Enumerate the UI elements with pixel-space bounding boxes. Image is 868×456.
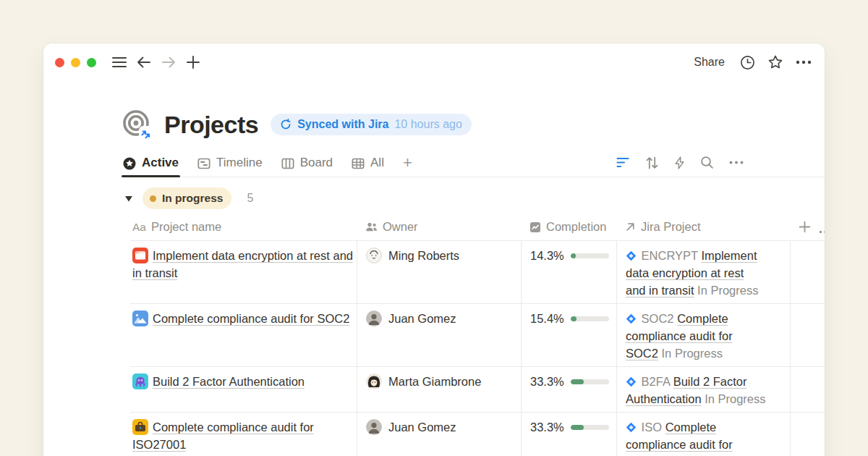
page-background: Share [0,0,868,456]
completion-cell: 14.3% [521,241,616,303]
empty-add-cell [790,241,825,303]
completion-percent: 15.4% [530,310,564,327]
board-view-icon [281,157,294,170]
jira-issue-status: In Progress [662,347,723,360]
project-name-cell[interactable]: Complete compliance audit for SOC2 [130,304,357,366]
completion-cell: 33.3% [521,367,616,412]
completion-percent: 33.3% [530,373,564,390]
project-name-link[interactable]: Complete compliance audit for ISO27001 [132,421,314,451]
tab-board[interactable]: Board [281,150,333,177]
octopus-cyan-icon [132,373,148,389]
table-row: Complete compliance audit for SOC2 Juan … [130,304,825,367]
jira-diamond-icon [626,376,637,387]
owner-cell[interactable]: Ming Roberts [357,241,521,303]
jira-diamond-icon [626,250,637,261]
empty-add-cell [790,304,825,366]
projects-target-icon[interactable] [122,109,153,140]
collapse-triangle-icon[interactable] [124,195,133,202]
favorite-star-icon[interactable] [767,54,783,70]
jira-issue-status: In Progress [705,392,765,405]
jira-issue-key: ISO [642,421,662,434]
window-topbar: Share [43,43,825,81]
status-dot [150,195,156,202]
group-header: In progress 5 [124,187,825,210]
page-title: Projects [164,111,258,139]
project-name-cell[interactable]: Implement data encryption at rest and in… [130,241,357,303]
jira-project-cell[interactable]: SOC2 Complete compliance audit for SOC2 … [616,304,790,366]
status-pill-in-progress[interactable]: In progress [142,187,231,209]
hamburger-menu-icon[interactable] [111,54,127,70]
table-row: Implement data encryption at rest and in… [130,241,825,304]
sync-status-label: Synced with Jira [297,118,388,131]
share-button[interactable]: Share [694,56,725,69]
jira-issue-key: ENCRYPT [642,249,698,262]
projects-table: Aa Project name Owner Completion [130,214,825,456]
header-more-ellipsis-partial-icon[interactable] [819,230,825,234]
completion-cell: 33.3% [521,413,616,456]
jira-project-cell[interactable]: ISO Complete compliance audit for ISO270… [616,413,790,456]
column-header-project-name[interactable]: Aa Project name [130,220,357,234]
window-more-ellipsis-icon[interactable] [796,54,812,70]
page-header: Projects Synced with Jira 10 hours ago [122,109,825,140]
owner-name: Juan Gomez [388,310,456,327]
add-column-button[interactable] [790,221,825,233]
view-more-ellipsis-icon[interactable] [729,161,744,164]
mountain-photo-blue-icon [132,311,148,326]
jira-project-cell[interactable]: B2FA Build 2 Factor Authentication In Pr… [616,367,790,412]
back-arrow-icon[interactable] [136,54,152,70]
avatar-juan-gomez [366,419,382,435]
tab-all[interactable]: All [352,150,384,177]
jira-sync-badge[interactable]: Synced with Jira 10 hours ago [271,114,472,135]
star-circle-icon [123,157,136,170]
table-row: Build 2 Factor Authentication Marta Giam… [130,367,825,413]
jira-issue-key: B2FA [642,375,670,388]
view-toolbar [616,156,825,177]
owner-name: Ming Roberts [388,247,459,264]
completion-percent: 14.3% [530,247,564,264]
project-name-link[interactable]: Implement data encryption at rest and in… [132,249,353,279]
sync-refresh-icon [280,119,292,130]
view-tabs-bar: Active Timeline Board [123,150,825,177]
jira-project-cell[interactable]: ENCRYPT Implement data encryption at res… [616,241,790,303]
jira-diamond-icon [626,313,637,324]
briefcase-yellow-icon [132,419,148,435]
jira-diamond-icon [626,422,637,433]
jira-issue-key: SOC2 [642,312,674,325]
notion-app-window: Share [43,43,825,456]
sort-icon[interactable] [645,156,659,169]
project-name-link[interactable]: Build 2 Factor Authentication [153,375,305,388]
avatar-ming-roberts [366,248,382,263]
history-clock-icon[interactable] [739,54,755,70]
new-tab-plus-icon[interactable] [185,54,201,70]
owner-cell[interactable]: Marta Giambrone [357,367,521,412]
avatar-marta-giambrone [366,373,382,389]
jira-issue-status: In Progress [697,284,758,297]
forward-arrow-icon[interactable] [161,54,176,70]
table-header-row: Aa Project name Owner Completion [130,214,825,241]
column-header-jira-project[interactable]: Jira Project [616,220,790,234]
project-name-cell[interactable]: Complete compliance audit for ISO27001 [130,413,357,456]
traffic-light-minimize[interactable] [71,58,80,67]
table-view-icon [352,157,365,170]
owner-cell[interactable]: Juan Gomez [357,304,521,366]
owner-name: Marta Giambrone [388,373,481,390]
owner-cell[interactable]: Juan Gomez [357,413,521,456]
filter-icon[interactable] [616,157,630,168]
column-header-owner[interactable]: Owner [357,220,521,234]
automation-bolt-icon[interactable] [674,156,685,169]
add-view-button[interactable]: + [403,150,412,177]
project-name-cell[interactable]: Build 2 Factor Authentication [130,367,357,412]
completion-percent: 33.3% [530,418,564,436]
tab-timeline[interactable]: Timeline [197,150,263,177]
timeline-view-icon [197,157,210,170]
traffic-light-zoom[interactable] [87,58,96,67]
column-header-completion[interactable]: Completion [521,220,616,234]
progress-bar [571,379,609,384]
tab-active[interactable]: Active [123,150,179,177]
search-icon[interactable] [700,156,714,169]
table-row: Complete compliance audit for ISO27001 J… [130,413,825,456]
project-name-link[interactable]: Complete compliance audit for SOC2 [153,312,349,325]
people-icon [365,221,378,232]
traffic-light-close[interactable] [55,58,64,67]
owner-name: Juan Gomez [388,418,456,436]
